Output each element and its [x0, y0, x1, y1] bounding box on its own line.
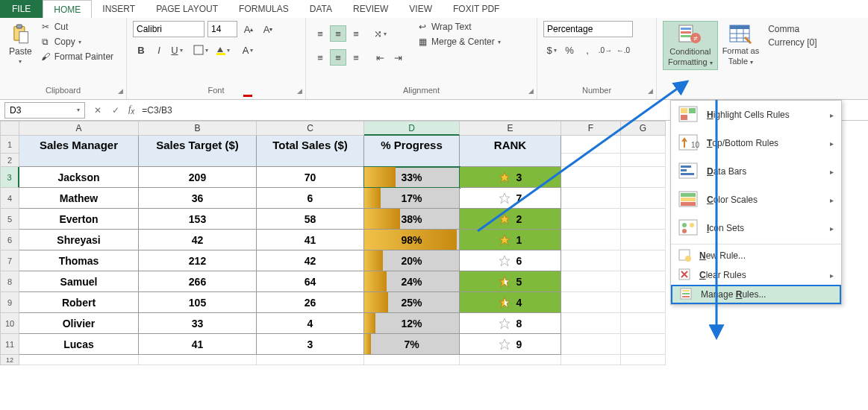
comma-format-button[interactable]: , [579, 42, 596, 58]
tab-insert[interactable]: INSERT [92, 0, 146, 18]
cell-progress[interactable]: 20% [364, 250, 460, 271]
enter-formula-button[interactable]: ✓ [109, 105, 122, 116]
decrease-decimal-button[interactable]: ←.0 [615, 42, 631, 58]
col-header-G[interactable]: G [621, 121, 666, 136]
row-header-10[interactable]: 10 [0, 313, 19, 334]
number-launcher[interactable]: ◢ [648, 87, 653, 95]
row-header-5[interactable]: 5 [0, 209, 19, 230]
row-header-3[interactable]: 3 [0, 167, 19, 188]
cell-target[interactable]: 212 [139, 250, 257, 271]
col-header-F[interactable]: F [561, 121, 621, 136]
tab-formulas[interactable]: FORMULAS [228, 0, 299, 18]
tab-home[interactable]: HOME [43, 0, 92, 18]
align-center-button[interactable]: ≡ [330, 49, 346, 66]
cell-sales[interactable]: 58 [257, 209, 364, 230]
copy-button[interactable]: ⧉Copy ▾ [40, 36, 113, 48]
conditional-formatting-button[interactable]: ≠ Conditional Formatting ▾ [663, 21, 718, 70]
row-header-7[interactable]: 7 [0, 250, 19, 271]
cell-target[interactable]: 209 [139, 167, 257, 188]
tab-foxit-pdf[interactable]: FOXIT PDF [443, 0, 510, 18]
cell-sales[interactable]: 70 [257, 167, 364, 188]
fill-color-button[interactable] [210, 42, 234, 58]
cell-progress[interactable]: 12% [364, 313, 460, 334]
cell-name[interactable]: Lucas [19, 334, 139, 355]
cell-progress[interactable]: 98% [364, 230, 460, 250]
cell-name[interactable]: Everton [19, 209, 139, 230]
alignment-launcher[interactable]: ◢ [528, 87, 534, 95]
cell-sales[interactable]: 41 [257, 230, 364, 250]
cell-progress[interactable]: 38% [364, 209, 460, 230]
align-right-button[interactable]: ≡ [348, 49, 364, 66]
decrease-indent-button[interactable]: ⇤ [372, 49, 388, 66]
cell-sales[interactable]: 6 [257, 188, 364, 209]
row-header-11[interactable]: 11 [0, 334, 19, 355]
row-header-12[interactable]: 12 [0, 355, 19, 365]
cell-target[interactable]: 33 [139, 313, 257, 334]
font-size-combo[interactable] [207, 21, 237, 37]
tab-file[interactable]: FILE [0, 0, 43, 18]
format-as-table-button[interactable]: Format as Table ▾ [718, 21, 764, 70]
cell-target[interactable]: 105 [139, 292, 257, 313]
grow-font-button[interactable]: A▴ [240, 21, 257, 37]
cell-sales[interactable]: 3 [257, 334, 364, 355]
row-header-9[interactable]: 9 [0, 292, 19, 313]
menu-highlight-cells-rules[interactable]: Highlight Cells Rules▸ [671, 101, 841, 129]
cell-style-currency0[interactable]: Currency [0] [768, 37, 817, 48]
cell-sales[interactable]: 4 [257, 313, 364, 334]
cell-target[interactable]: 41 [139, 334, 257, 355]
font-launcher[interactable]: ◢ [297, 87, 302, 95]
tab-page-layout[interactable]: PAGE LAYOUT [146, 0, 228, 18]
shrink-font-button[interactable]: A▾ [260, 21, 276, 37]
col-header-C[interactable]: C [257, 121, 364, 136]
row-header-4[interactable]: 4 [0, 188, 19, 209]
percent-format-button[interactable]: % [561, 42, 578, 58]
align-left-button[interactable]: ≡ [312, 49, 328, 66]
col-header-A[interactable]: A [19, 121, 139, 136]
cell-rank[interactable]: 3 [460, 167, 561, 188]
paste-button[interactable]: Paste ▾ [6, 21, 35, 68]
wrap-text-button[interactable]: ↩Wrap Text [416, 21, 501, 33]
tab-data[interactable]: DATA [299, 0, 343, 18]
cell-rank[interactable]: 5 [460, 271, 561, 292]
cell-target[interactable]: 42 [139, 230, 257, 250]
menu-data-bars[interactable]: Data Bars▸ [671, 157, 841, 186]
accounting-format-button[interactable]: $ [543, 42, 560, 58]
col-header-E[interactable]: E [460, 121, 561, 136]
cell-name[interactable]: Thomas [19, 250, 139, 271]
borders-button[interactable] [193, 42, 209, 58]
cell-rank[interactable]: 1 [460, 230, 561, 250]
cell-target[interactable]: 36 [139, 188, 257, 209]
cell-sales[interactable]: 42 [257, 250, 364, 271]
cell-name[interactable]: Samuel [19, 271, 139, 292]
cell-progress[interactable]: 7% [364, 334, 460, 355]
menu-icon-sets[interactable]: Icon Sets▸ [671, 214, 841, 242]
align-middle-button[interactable]: ≡ [330, 25, 346, 42]
cell-name[interactable]: Mathew [19, 188, 139, 209]
increase-decimal-button[interactable]: .0→ [597, 42, 613, 58]
underline-button[interactable]: U [169, 42, 185, 58]
row-header-6[interactable]: 6 [0, 230, 19, 250]
row-header-1[interactable]: 1 [0, 136, 19, 154]
cell-rank[interactable]: 9 [460, 334, 561, 355]
cell-progress[interactable]: 33% [364, 167, 460, 188]
cell-rank[interactable]: 2 [460, 209, 561, 230]
cell-rank[interactable]: 7 [460, 188, 561, 209]
menu-color-scales[interactable]: Color Scales▸ [671, 186, 841, 214]
cell-name[interactable]: Olivier [19, 313, 139, 334]
font-color-button[interactable]: A [236, 42, 260, 58]
cell-progress[interactable]: 24% [364, 271, 460, 292]
fx-icon[interactable]: fx [128, 104, 134, 116]
clipboard-launcher[interactable]: ◢ [118, 87, 123, 95]
row-header-8[interactable]: 8 [0, 271, 19, 292]
name-box[interactable]: D3▾ [4, 102, 85, 119]
align-bottom-button[interactable]: ≡ [348, 25, 364, 42]
menu-manage-rules[interactable]: Manage Rules... [671, 285, 841, 304]
increase-indent-button[interactable]: ⇥ [390, 49, 406, 66]
cell-name[interactable]: Shreyasi [19, 230, 139, 250]
cell-target[interactable]: 266 [139, 271, 257, 292]
cell-rank[interactable]: 8 [460, 313, 561, 334]
merge-center-button[interactable]: ▦Merge & Center ▾ [416, 36, 501, 48]
row-header-2[interactable]: 2 [0, 154, 19, 167]
cell-name[interactable]: Jackson [19, 167, 139, 188]
cell-rank[interactable]: 6 [460, 250, 561, 271]
